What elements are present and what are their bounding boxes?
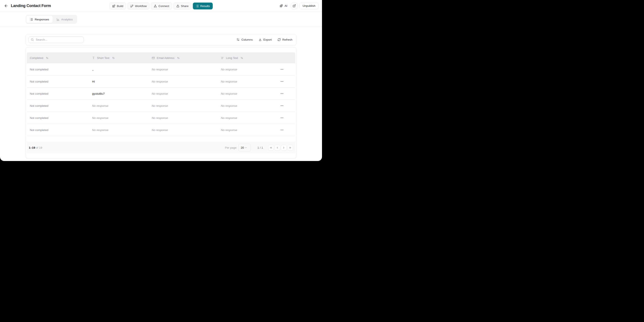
- connect-icon: [154, 4, 157, 8]
- table-body: Not completed ,, No response No response…: [27, 63, 295, 136]
- row-range: 1–19: [29, 146, 35, 149]
- chevron-left-icon: [276, 146, 279, 149]
- row-actions-button[interactable]: [279, 91, 285, 96]
- cell-email: No response: [149, 92, 218, 95]
- ellipsis-icon: [280, 128, 284, 132]
- cell-actions: [261, 103, 295, 108]
- table-header: Completed Short Text Email Address: [27, 52, 295, 63]
- column-header-long-text[interactable]: Long Text: [218, 56, 261, 60]
- prev-page-button[interactable]: [274, 145, 280, 151]
- row-actions-button[interactable]: [279, 67, 285, 72]
- ellipsis-icon: [280, 68, 284, 71]
- page-indicator: 1 / 1: [258, 146, 263, 149]
- arrow-left-icon: [4, 4, 8, 8]
- last-page-button[interactable]: [287, 145, 293, 151]
- cell-email: No response: [149, 116, 218, 120]
- cell-completed: Not completed: [27, 80, 89, 83]
- cell-completed: Not completed: [27, 116, 89, 120]
- refresh-icon: [278, 38, 281, 41]
- cell-short-text: gyutut8u7: [89, 92, 149, 95]
- table-row[interactable]: Not completed No response No response No…: [27, 100, 295, 112]
- sparkles-icon: [280, 4, 283, 8]
- page-title: Landing Contact Form: [11, 3, 51, 8]
- cell-actions: [261, 115, 295, 120]
- ai-button[interactable]: AI: [278, 2, 289, 9]
- chevron-right-icon: [282, 146, 285, 149]
- row-actions-button[interactable]: [279, 127, 285, 133]
- table-row[interactable]: Not completed ,, No response No response: [27, 63, 295, 75]
- columns-button[interactable]: Columns: [236, 38, 252, 41]
- cell-long-text: No response: [218, 104, 261, 107]
- text-icon: [92, 56, 95, 59]
- nav-share[interactable]: Share: [173, 2, 191, 9]
- column-header-completed[interactable]: Completed: [27, 56, 89, 60]
- table-row[interactable]: Not completed gyutut8u7 No response No r…: [27, 88, 295, 100]
- table-footer: 1–19of 19 Per page 20 1 / 1: [27, 142, 295, 153]
- table-row[interactable]: Not completed No response No response No…: [27, 124, 295, 136]
- cell-email: No response: [149, 104, 218, 107]
- cell-completed: Not completed: [27, 68, 89, 71]
- external-link-icon: [292, 4, 296, 7]
- topbar: Landing Contact Form Build Workflow Conn…: [0, 0, 322, 12]
- tab-responses[interactable]: Responses: [26, 16, 52, 23]
- per-page-value: 20: [241, 146, 244, 149]
- cell-short-text: ,,: [89, 68, 149, 71]
- main-nav: Build Workflow Connect Share Results: [110, 0, 213, 12]
- toolbar-card: Columns Export Refresh: [26, 34, 296, 45]
- cell-email: No response: [149, 68, 218, 71]
- sort-icon: [177, 56, 180, 60]
- export-button[interactable]: Export: [258, 38, 272, 41]
- row-actions-button[interactable]: [279, 79, 285, 84]
- cell-short-text: No response: [89, 104, 149, 107]
- bar-chart-icon: [56, 18, 60, 21]
- table-row[interactable]: Not completed No response No response No…: [27, 112, 295, 124]
- cell-actions: [261, 91, 295, 96]
- nav-connect[interactable]: Connect: [151, 2, 172, 9]
- long-text-icon: [221, 56, 224, 60]
- per-page-label: Per page: [225, 146, 236, 149]
- pagination-controls: Per page 20 1 / 1: [225, 144, 293, 152]
- tab-analytics[interactable]: Analytics: [53, 16, 76, 23]
- nav-workflow[interactable]: Workflow: [128, 2, 150, 9]
- cell-email: No response: [149, 80, 218, 83]
- row-total: of 19: [36, 146, 42, 149]
- next-page-button[interactable]: [281, 145, 287, 151]
- ellipsis-icon: [280, 80, 284, 83]
- row-count: 1–19of 19: [29, 146, 42, 149]
- search-icon: [31, 38, 34, 41]
- pager: [268, 145, 293, 151]
- toolbar-actions: Columns Export Refresh: [236, 38, 292, 41]
- topbar-left: Landing Contact Form: [3, 3, 51, 9]
- back-button[interactable]: [3, 3, 9, 9]
- row-actions-button[interactable]: [279, 103, 285, 108]
- column-header-email[interactable]: Email Address: [149, 56, 218, 60]
- share-icon: [176, 4, 179, 8]
- cell-actions: [261, 79, 295, 84]
- cell-completed: Not completed: [27, 92, 89, 95]
- cell-short-text: No response: [89, 116, 149, 120]
- cell-short-text: No response: [89, 129, 149, 132]
- open-external-button[interactable]: [291, 3, 298, 9]
- cell-long-text: No response: [218, 68, 261, 71]
- cell-email: No response: [149, 129, 218, 132]
- table-row[interactable]: Not completed Hi No response No response: [27, 75, 295, 88]
- sort-icon: [46, 56, 49, 60]
- search-input[interactable]: [28, 37, 84, 43]
- results-main: Columns Export Refresh Completed: [0, 34, 322, 159]
- ellipsis-icon: [280, 92, 284, 95]
- nav-results[interactable]: Results: [193, 2, 212, 9]
- nav-build[interactable]: Build: [110, 2, 126, 9]
- columns-icon: [236, 38, 240, 41]
- per-page-select[interactable]: 20: [238, 144, 251, 152]
- chevrons-left-icon: [270, 146, 272, 149]
- list-icon: [30, 18, 33, 21]
- unpublish-button[interactable]: Unpublish: [300, 3, 318, 9]
- first-page-button[interactable]: [268, 145, 274, 151]
- refresh-button[interactable]: Refresh: [278, 38, 292, 41]
- column-header-short-text[interactable]: Short Text: [89, 56, 149, 60]
- row-actions-button[interactable]: [279, 115, 285, 120]
- cell-long-text: No response: [218, 116, 261, 120]
- email-icon: [152, 56, 155, 60]
- download-icon: [258, 38, 262, 41]
- sort-icon: [112, 56, 115, 60]
